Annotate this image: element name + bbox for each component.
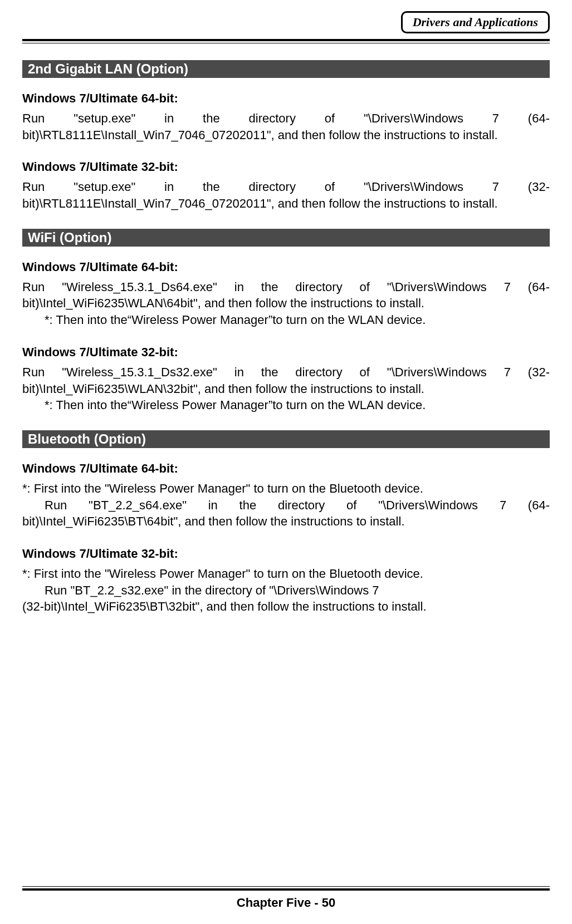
instruction-line: Run "Wireless_15.3.1_Ds64.exe" in the di…: [22, 279, 550, 312]
section-title-bar: Bluetooth (Option): [22, 430, 550, 448]
instruction-text: Run "Wireless_15.3.1_Ds32.exe" in the di…: [22, 364, 550, 414]
os-heading: Windows 7/Ultimate 64-bit:: [22, 91, 550, 106]
instruction-text: Run "setup.exe" in the directory of "\Dr…: [22, 110, 550, 143]
instruction-line: Run "setup.exe" in the directory of "\Dr…: [22, 110, 550, 143]
section-title-bar: 2nd Gigabit LAN (Option): [22, 60, 550, 78]
instruction-line: Run "setup.exe" in the directory of "\Dr…: [22, 179, 550, 212]
os-heading: Windows 7/Ultimate 32-bit:: [22, 160, 550, 174]
instruction-line: *: First into the "Wireless Power Manage…: [22, 566, 550, 582]
os-heading: Windows 7/Ultimate 32-bit:: [22, 345, 550, 360]
instruction-line: *: First into the "Wireless Power Manage…: [22, 480, 550, 497]
section: 2nd Gigabit LAN (Option)Windows 7/Ultima…: [22, 60, 550, 212]
instruction-text: Run "setup.exe" in the directory of "\Dr…: [22, 179, 550, 212]
os-heading: Windows 7/Ultimate 64-bit:: [22, 260, 550, 274]
os-heading: Windows 7/Ultimate 32-bit:: [22, 547, 550, 561]
section: WiFi (Option)Windows 7/Ultimate 64-bit:R…: [22, 229, 550, 414]
section: Bluetooth (Option)Windows 7/Ultimate 64-…: [22, 430, 550, 615]
instruction-line: (32-bit)\Intel_WiFi6235\BT\32bit", and t…: [22, 598, 550, 615]
instruction-text: *: First into the "Wireless Power Manage…: [22, 566, 550, 615]
instruction-line: *: Then into the“Wireless Power Manager”…: [22, 397, 550, 414]
instruction-line: *: Then into the“Wireless Power Manager”…: [22, 312, 550, 328]
section-title-bar: WiFi (Option): [22, 229, 550, 247]
instruction-text: Run "Wireless_15.3.1_Ds64.exe" in the di…: [22, 279, 550, 328]
page-header-label: Drivers and Applications: [401, 11, 550, 33]
page-footer: Chapter Five - 50: [0, 896, 572, 910]
instruction-line: Run "Wireless_15.3.1_Ds32.exe" in the di…: [22, 364, 550, 397]
instruction-line: Run "BT_2.2_s32.exe" in the directory of…: [22, 582, 550, 599]
page-content: 2nd Gigabit LAN (Option)Windows 7/Ultima…: [22, 60, 550, 615]
top-horizontal-rule: [22, 39, 550, 43]
instruction-text: *: First into the "Wireless Power Manage…: [22, 480, 550, 530]
instruction-line: Run "BT_2.2_s64.exe" in the directory of…: [22, 497, 550, 530]
os-heading: Windows 7/Ultimate 64-bit:: [22, 461, 550, 476]
bottom-horizontal-rule: [22, 886, 550, 891]
